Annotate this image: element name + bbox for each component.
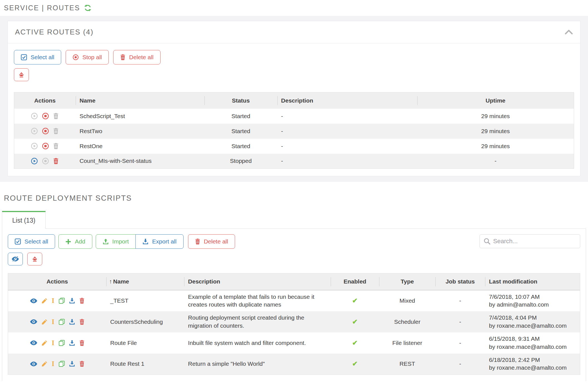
edit-pencil-icon[interactable] bbox=[41, 361, 48, 367]
view-icon[interactable] bbox=[30, 299, 37, 303]
edit-pencil-icon[interactable] bbox=[41, 340, 48, 346]
column-header-status: Status bbox=[204, 93, 277, 109]
delete-all-label: Delete all bbox=[204, 238, 228, 245]
duplicate-icon[interactable] bbox=[59, 340, 65, 346]
trash-icon[interactable] bbox=[53, 113, 59, 119]
trash-icon[interactable] bbox=[53, 158, 59, 164]
rename-cursor-icon[interactable]: I bbox=[52, 361, 55, 367]
select-all-scripts-button[interactable]: Select all bbox=[8, 234, 55, 249]
stop-all-button[interactable]: Stop all bbox=[66, 50, 109, 64]
rename-cursor-icon[interactable]: I bbox=[52, 298, 55, 304]
download-icon[interactable] bbox=[69, 298, 75, 304]
stop-icon[interactable] bbox=[42, 158, 49, 165]
modified-by: by roxane.mace@amalto.com bbox=[489, 343, 580, 351]
upload-icon bbox=[103, 238, 109, 245]
add-button[interactable]: Add bbox=[58, 234, 92, 249]
stop-all-label: Stop all bbox=[82, 54, 102, 61]
trash-icon[interactable] bbox=[79, 340, 85, 346]
modified-by: by roxane.mace@amalto.com bbox=[489, 322, 580, 330]
section-title: ROUTE DEPLOYMENT SCRIPTS bbox=[4, 194, 588, 203]
play-icon[interactable] bbox=[31, 128, 38, 135]
checkbox-icon bbox=[21, 54, 27, 60]
clear-filters-button[interactable] bbox=[27, 253, 42, 265]
export-all-button[interactable]: Export all bbox=[135, 234, 184, 249]
delete-all-scripts-button[interactable]: Delete all bbox=[188, 234, 235, 249]
trash-icon[interactable] bbox=[79, 319, 85, 325]
play-icon[interactable] bbox=[31, 143, 38, 150]
search-input[interactable] bbox=[493, 238, 576, 245]
export-all-label: Export all bbox=[152, 238, 177, 245]
stop-icon[interactable] bbox=[42, 128, 49, 135]
tab-list[interactable]: List (13) bbox=[2, 211, 46, 229]
select-all-label: Select all bbox=[31, 54, 54, 61]
download-icon[interactable] bbox=[69, 340, 75, 346]
delete-all-routes-button[interactable]: Delete all bbox=[113, 50, 160, 64]
trash-icon[interactable] bbox=[53, 143, 59, 149]
table-row: RestTwo Started - 29 minutes bbox=[14, 124, 574, 139]
route-name: Count_MIs-with-Sent-status bbox=[76, 154, 204, 169]
plus-icon bbox=[65, 239, 71, 245]
trash-icon[interactable] bbox=[79, 361, 85, 367]
import-button[interactable]: Import bbox=[96, 234, 136, 249]
search-icon bbox=[484, 238, 490, 245]
script-name: Route File bbox=[106, 332, 184, 354]
play-icon[interactable] bbox=[31, 158, 38, 165]
duplicate-icon[interactable] bbox=[59, 298, 65, 304]
trash-icon bbox=[195, 238, 200, 245]
route-status: Started bbox=[204, 139, 277, 154]
table-row: I CountersScheduling Routing deployment … bbox=[8, 311, 580, 332]
rename-cursor-icon[interactable]: I bbox=[52, 340, 55, 346]
edit-pencil-icon[interactable] bbox=[41, 298, 48, 304]
download-icon[interactable] bbox=[69, 319, 75, 325]
script-description: Inbuilt file system watch and filter com… bbox=[184, 332, 331, 354]
check-icon: ✔ bbox=[352, 360, 358, 367]
modified-date: 7/4/2018, 4:04 PM bbox=[489, 314, 580, 322]
import-label: Import bbox=[112, 238, 129, 245]
view-icon[interactable] bbox=[30, 340, 37, 345]
script-type: Mixed bbox=[379, 290, 435, 311]
trash-icon[interactable] bbox=[53, 128, 59, 134]
column-header-actions: Actions bbox=[14, 93, 76, 109]
table-row: I Route Rest 1 Return a simple "Hello Wo… bbox=[8, 354, 580, 375]
column-header-description: Description bbox=[277, 93, 417, 109]
modified-date: 7/6/2018, 10:07 AM bbox=[489, 293, 580, 301]
sort-asc-icon: ↑ bbox=[109, 278, 112, 285]
rename-cursor-icon[interactable]: I bbox=[52, 319, 55, 325]
column-header-type[interactable]: Type bbox=[379, 273, 435, 290]
table-row: RestOne Started - 29 minutes bbox=[14, 139, 574, 154]
view-icon[interactable] bbox=[30, 319, 37, 324]
view-icon[interactable] bbox=[30, 362, 37, 366]
table-header-row: Actions ↑Name Description Enabled Type J… bbox=[8, 273, 580, 290]
column-header-name[interactable]: ↑Name bbox=[106, 273, 184, 290]
column-header-description[interactable]: Description bbox=[184, 273, 331, 290]
script-description: Routing deployment script created during… bbox=[184, 311, 331, 332]
download-icon bbox=[142, 238, 149, 245]
play-icon[interactable] bbox=[31, 113, 38, 120]
refresh-icon[interactable] bbox=[84, 4, 92, 12]
duplicate-icon[interactable] bbox=[59, 319, 65, 325]
table-row: I _TEST Example of a template that fails… bbox=[8, 290, 580, 311]
route-description: - bbox=[277, 154, 417, 169]
column-header-enabled[interactable]: Enabled bbox=[331, 273, 379, 290]
column-header-last-modification[interactable]: Last modification bbox=[485, 273, 580, 290]
route-uptime: 29 minutes bbox=[417, 139, 574, 154]
route-status: Started bbox=[204, 109, 277, 124]
select-all-routes-button[interactable]: Select all bbox=[14, 50, 61, 64]
tab-bar: List (13) bbox=[2, 211, 586, 229]
trash-icon[interactable] bbox=[79, 298, 85, 304]
toggle-columns-button[interactable] bbox=[8, 253, 23, 265]
check-icon: ✔ bbox=[352, 318, 358, 325]
stop-icon[interactable] bbox=[42, 143, 49, 150]
chevron-up-icon[interactable] bbox=[565, 29, 573, 35]
script-description: Example of a template that fails to run … bbox=[184, 290, 331, 311]
edit-pencil-icon[interactable] bbox=[41, 319, 48, 325]
stop-icon[interactable] bbox=[42, 113, 49, 120]
modified-date: 6/15/2018, 9:31 AM bbox=[489, 335, 580, 343]
clear-selection-button[interactable] bbox=[14, 68, 29, 81]
column-header-name: Name bbox=[76, 93, 204, 109]
delete-all-label: Delete all bbox=[129, 54, 154, 61]
column-header-job-status[interactable]: Job status bbox=[435, 273, 485, 290]
download-icon[interactable] bbox=[69, 361, 75, 367]
page-title: SERVICE | ROUTES bbox=[4, 4, 80, 12]
duplicate-icon[interactable] bbox=[59, 361, 65, 367]
